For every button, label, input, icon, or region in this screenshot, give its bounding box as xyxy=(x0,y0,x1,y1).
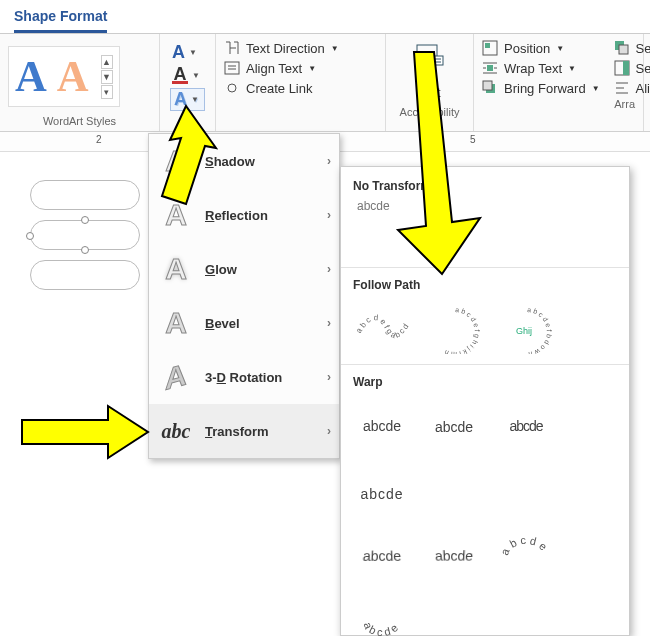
bring-forward-button[interactable]: Bring Forward ▼ xyxy=(482,80,600,96)
gallery-spinner[interactable]: ▲ ▼ ▾ xyxy=(101,55,113,99)
warp-triangle-down[interactable]: abcde xyxy=(355,469,409,519)
path-button[interactable]: a b c d e f b d o w nGhij xyxy=(499,304,553,354)
align-icon xyxy=(614,80,630,96)
wordart-style-blue[interactable]: A xyxy=(15,51,47,102)
chevron-right-icon: › xyxy=(327,262,331,276)
chevron-down-icon: ▼ xyxy=(592,84,600,93)
wordart-gallery[interactable]: A A ▲ ▼ ▾ xyxy=(8,46,120,107)
resize-handle[interactable] xyxy=(26,232,34,240)
svg-rect-2 xyxy=(432,56,443,65)
warp-chevron-up[interactable]: abcde xyxy=(351,535,414,583)
label: Create Link xyxy=(246,81,312,96)
menu-item-transform[interactable]: abc Transform› xyxy=(149,404,339,458)
warp-triangle-up[interactable]: abcde xyxy=(499,401,553,451)
position-button[interactable]: Position ▼ xyxy=(482,40,600,56)
svg-text:a b c d e: a b c d e xyxy=(362,621,401,636)
tab-strip: Shape Format xyxy=(0,0,650,34)
warp-ring-outside[interactable]: a b c d e xyxy=(355,599,409,636)
chevron-right-icon: › xyxy=(327,370,331,384)
resize-handle[interactable] xyxy=(81,216,89,224)
text-effects-button[interactable]: A▼ xyxy=(170,88,205,111)
chevron-down-icon: ▼ xyxy=(191,95,199,104)
wrap-text-button[interactable]: Wrap Text ▼ xyxy=(482,60,600,76)
expand-gallery-icon[interactable]: ▾ xyxy=(101,85,113,99)
scroll-down-icon[interactable]: ▼ xyxy=(101,70,113,84)
ruler-mark: 5 xyxy=(470,134,476,145)
bevel-icon: A xyxy=(165,306,187,340)
svg-text:a b c d e f g   a b c d e f g: a b c d e f g a b c d e f g xyxy=(355,304,409,340)
menu-item-glow[interactable]: A Glow› xyxy=(149,242,339,296)
chevron-right-icon: › xyxy=(327,154,331,168)
transform-gallery: No Transform abcde Follow Path a b c d e… xyxy=(340,166,630,636)
menu-item-shadow[interactable]: A Shadow› xyxy=(149,134,339,188)
align-text-button[interactable]: Align Text ▼ xyxy=(224,60,377,76)
label: Alig xyxy=(636,81,650,96)
text-outline-icon: A xyxy=(172,67,188,84)
chevron-down-icon: ▼ xyxy=(331,44,339,53)
group-label-accessibility: Accessibility xyxy=(394,104,465,120)
svg-rect-0 xyxy=(225,62,239,74)
warp-plain[interactable]: abcde xyxy=(355,401,409,451)
rotation-icon: A xyxy=(165,357,187,397)
label: Sen xyxy=(636,41,650,56)
warp-chevron-down[interactable]: abcde xyxy=(423,529,486,577)
warp-stop[interactable]: abcde xyxy=(427,399,481,454)
reflection-icon: A xyxy=(165,198,187,232)
svg-text:a b c d e f g h i j k l m n: a b c d e f g h i j k l m n xyxy=(443,306,481,354)
resize-handle[interactable] xyxy=(81,246,89,254)
text-effects-menu: A Shadow› A Reflection› A Glow› A Bevel›… xyxy=(148,133,340,459)
bring-forward-icon xyxy=(482,80,498,96)
alt-text-icon xyxy=(416,44,444,68)
text-outline-button[interactable]: A▼ xyxy=(170,67,205,84)
send-backward-icon xyxy=(614,40,630,56)
alt-text-button[interactable]: Alt Text xyxy=(394,40,465,104)
menu-item-bevel[interactable]: A Bevel› xyxy=(149,296,339,350)
svg-text:a b c d e: a b c d e xyxy=(502,536,550,557)
svg-rect-4 xyxy=(485,43,490,48)
menu-item-3d-rotation[interactable]: A 3-D Rotation› xyxy=(149,350,339,404)
scroll-up-icon[interactable]: ▲ xyxy=(101,55,113,69)
tab-shape-format[interactable]: Shape Format xyxy=(14,8,107,33)
label: Position xyxy=(504,41,550,56)
chevron-down-icon: ▼ xyxy=(308,64,316,73)
text-fill-button[interactable]: A▼ xyxy=(170,42,205,63)
send-backward-button[interactable]: Sen xyxy=(614,40,650,56)
transform-none[interactable]: abcde xyxy=(341,199,629,213)
menu-item-reflection[interactable]: A Reflection› xyxy=(149,188,339,242)
position-icon xyxy=(482,40,498,56)
svg-rect-11 xyxy=(623,61,629,75)
path-circle[interactable]: a b c d e f g h i j k l m n xyxy=(427,304,481,354)
label: Alt xyxy=(422,70,436,84)
path-arch[interactable]: a b c d e f g a b c d e f g xyxy=(355,304,409,354)
chevron-down-icon: ▼ xyxy=(568,64,576,73)
group-label-wordart: WordArt Styles xyxy=(8,113,151,129)
heading-no-transform: No Transform xyxy=(341,173,629,199)
label: Sel xyxy=(636,61,650,76)
shape-rounded-rect[interactable] xyxy=(30,260,140,290)
shape-rounded-rect[interactable] xyxy=(30,180,140,210)
create-link-button[interactable]: Create Link xyxy=(224,80,377,96)
label: Align Text xyxy=(246,61,302,76)
shape-rounded-rect-selected[interactable] xyxy=(30,220,140,250)
glow-icon: A xyxy=(165,252,187,286)
text-fill-icon: A xyxy=(172,42,185,63)
group-text-effects: A▼ A▼ A▼ xyxy=(160,34,216,131)
text-direction-button[interactable]: Text Direction ▼ xyxy=(224,40,377,56)
heading-warp: Warp xyxy=(341,369,629,395)
svg-marker-21 xyxy=(22,406,148,458)
label: Bring Forward xyxy=(504,81,586,96)
selection-pane-button[interactable]: Sel xyxy=(614,60,650,76)
chevron-down-icon: ▼ xyxy=(556,44,564,53)
wordart-style-orange[interactable]: A xyxy=(57,51,89,102)
align-button[interactable]: Alig xyxy=(614,80,650,96)
chevron-down-icon: ▼ xyxy=(189,48,197,57)
warp-ring-inside[interactable]: a b c d e xyxy=(499,531,553,581)
link-icon xyxy=(224,80,240,96)
svg-text:Ghij: Ghij xyxy=(516,326,532,336)
align-text-icon xyxy=(224,60,240,76)
text-effects-icon: A xyxy=(174,89,187,110)
group-wordart-styles: A A ▲ ▼ ▾ WordArt Styles xyxy=(0,34,160,131)
chevron-right-icon: › xyxy=(327,316,331,330)
transform-icon: abc xyxy=(162,420,191,443)
shadow-icon: A xyxy=(165,144,187,178)
